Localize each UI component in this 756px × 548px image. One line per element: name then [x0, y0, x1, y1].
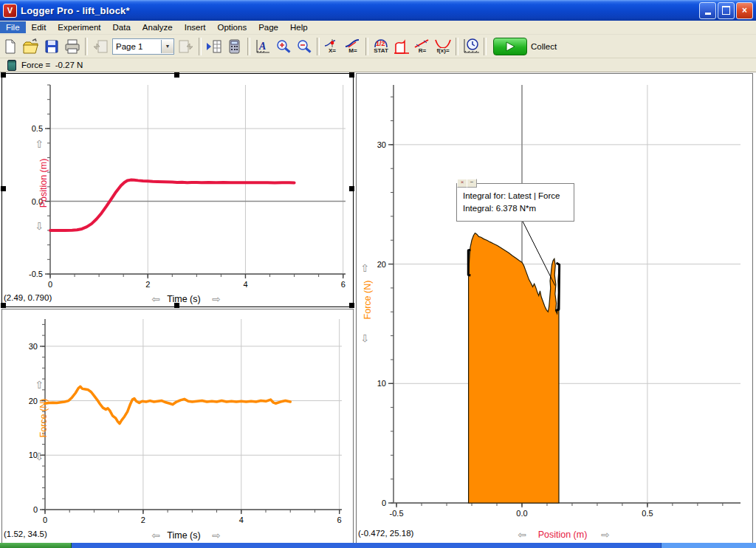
data-table-icon: [205, 38, 223, 55]
position-time-plot[interactable]: 02460.50.0-0.5: [50, 85, 346, 274]
menu-edit[interactable]: Edit: [26, 21, 52, 33]
previous-page-button[interactable]: [91, 37, 110, 56]
sensor-readout: Force = -0.27 N: [21, 61, 83, 69]
curve-fit-button[interactable]: f(x)=: [433, 37, 453, 56]
toolbar-separator: [247, 38, 250, 55]
force-time-plot[interactable]: 02463020100: [45, 319, 342, 510]
title-bar: V Logger Pro - lift_block* ×: [0, 0, 756, 21]
svg-text:10: 10: [377, 379, 386, 388]
print-button[interactable]: [63, 37, 82, 56]
selection-handle[interactable]: [174, 303, 179, 308]
calculator-button[interactable]: [225, 37, 244, 56]
integral-button[interactable]: [392, 37, 411, 56]
collect-play-icon: [504, 41, 516, 52]
x-axis-right-arrow-icon[interactable]: ⇨: [212, 530, 221, 541]
data-table-button[interactable]: [205, 37, 224, 56]
x-axis-right-arrow-icon[interactable]: ⇨: [212, 293, 221, 305]
svg-text:0: 0: [382, 499, 386, 507]
x-axis-left-arrow-icon[interactable]: ⇦: [151, 293, 160, 305]
menu-file[interactable]: File: [0, 21, 26, 33]
selection-handle[interactable]: [1, 303, 6, 308]
start-button-edge[interactable]: [0, 543, 72, 548]
force-position-graph-panel[interactable]: -0.50.00.53020100 ⇧ Force (N) ⇩ × − Inte…: [356, 73, 753, 544]
collect-button[interactable]: [493, 38, 527, 55]
window-title: Logger Pro - lift_block*: [21, 5, 130, 16]
menu-analyze[interactable]: Analyze: [137, 21, 179, 33]
close-button[interactable]: ×: [736, 2, 753, 19]
statistics-label: STAT: [374, 48, 388, 54]
autoscale-icon: A: [254, 38, 272, 55]
statistics-button[interactable]: 1/2 STAT: [371, 37, 391, 56]
data-collection-button[interactable]: [461, 37, 481, 56]
annotation-close-button[interactable]: ×: [457, 179, 467, 188]
svg-text:4: 4: [243, 280, 247, 289]
menu-help[interactable]: Help: [284, 21, 314, 33]
calculator-icon: [227, 38, 242, 55]
new-file-button[interactable]: [1, 37, 20, 56]
force-time-graph-panel[interactable]: 02463020100 ⇧ Force (N) ⇩ (1.52, 34.5) ⇦…: [1, 309, 354, 544]
menu-options[interactable]: Options: [212, 21, 253, 33]
svg-text:20: 20: [377, 260, 386, 269]
menu-experiment[interactable]: Experiment: [52, 21, 106, 33]
y-axis-decrease-arrow-icon[interactable]: ⇩: [35, 220, 44, 232]
svg-text:A: A: [258, 41, 266, 52]
menu-insert[interactable]: Insert: [179, 21, 212, 33]
x-axis-title[interactable]: Time (s): [167, 530, 200, 541]
cursor-readout: (-0.472, 25.18): [358, 529, 413, 538]
taskbar-tray-segment: [661, 543, 756, 548]
save-floppy-icon: [44, 38, 60, 55]
selection-handle[interactable]: [349, 72, 354, 78]
y-axis-decrease-arrow-icon[interactable]: ⇩: [35, 451, 44, 462]
menu-page[interactable]: Page: [252, 21, 284, 33]
minimize-icon: [705, 13, 711, 15]
selection-handle[interactable]: [349, 186, 354, 191]
minimize-button[interactable]: [699, 2, 716, 19]
svg-text:0.5: 0.5: [32, 124, 43, 133]
previous-page-icon: [92, 38, 109, 55]
autoscale-button[interactable]: A: [253, 37, 272, 56]
x-axis-left-arrow-icon[interactable]: ⇦: [518, 529, 526, 541]
selection-handle[interactable]: [174, 72, 179, 78]
restore-icon: [722, 6, 730, 15]
position-time-graph-panel[interactable]: 02460.50.0-0.5 ⇧ Position (m) ⇩ (2.49, 0…: [1, 73, 354, 307]
svg-text:6: 6: [337, 516, 342, 524]
tangent-button[interactable]: M=: [343, 37, 362, 56]
open-folder-icon: [22, 38, 40, 55]
page-selector[interactable]: Page 1 ▼: [112, 38, 174, 55]
y-axis-title[interactable]: Force (N): [362, 281, 373, 320]
toolbar-separator: [199, 38, 202, 55]
selection-handle[interactable]: [1, 186, 6, 191]
y-axis-title[interactable]: Position (m): [38, 159, 49, 208]
x-axis-title[interactable]: Position (m): [538, 530, 588, 540]
restore-button[interactable]: [718, 2, 735, 19]
y-axis-title[interactable]: Force (N): [38, 399, 49, 438]
integral-annotation-line1: Integral for: Latest | Force: [463, 190, 574, 202]
save-button[interactable]: [42, 37, 61, 56]
combo-dropdown-icon[interactable]: ▼: [161, 40, 173, 53]
next-page-button[interactable]: [176, 37, 196, 56]
menu-data[interactable]: Data: [107, 21, 137, 33]
selection-handle[interactable]: [1, 72, 6, 78]
collect-button-label: Collect: [531, 42, 557, 51]
integral-annotation-box[interactable]: Integral for: Latest | Force Integral: 6…: [456, 183, 574, 222]
open-file-button[interactable]: [21, 37, 41, 56]
zoom-out-button[interactable]: [295, 37, 314, 56]
x-axis-title[interactable]: Time (s): [167, 294, 200, 304]
linear-fit-button[interactable]: R=: [413, 37, 432, 56]
annotation-collapse-button[interactable]: −: [467, 179, 477, 188]
toolbar-separator: [85, 38, 88, 55]
selection-handle[interactable]: [349, 303, 354, 308]
x-axis-right-arrow-icon[interactable]: ⇨: [601, 529, 610, 541]
x-axis-left-arrow-icon[interactable]: ⇦: [151, 530, 160, 541]
y-axis-increase-arrow-icon[interactable]: ⇧: [35, 138, 44, 150]
y-axis-decrease-arrow-icon[interactable]: ⇩: [360, 332, 369, 344]
next-page-icon: [177, 38, 195, 55]
zoom-in-button[interactable]: [274, 37, 293, 56]
force-position-plot[interactable]: -0.50.00.53020100: [394, 85, 740, 503]
toolbar-separator: [365, 38, 368, 55]
examine-button[interactable]: X=: [323, 37, 342, 56]
y-axis-increase-arrow-icon[interactable]: ⇧: [35, 379, 44, 391]
force-sensor-icon: [7, 60, 16, 71]
y-axis-increase-arrow-icon[interactable]: ⇧: [360, 262, 369, 274]
svg-text:0: 0: [43, 516, 47, 524]
